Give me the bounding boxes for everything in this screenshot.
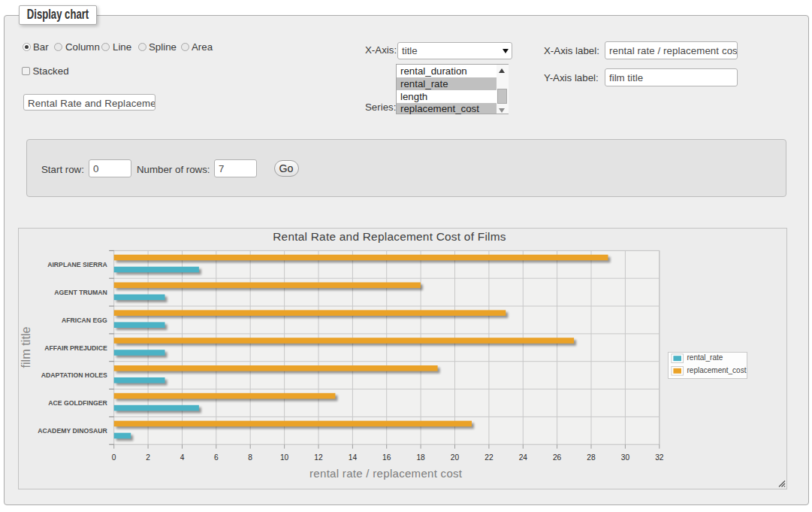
svg-text:20: 20	[451, 453, 460, 462]
svg-text:rental_rate: rental_rate	[687, 353, 723, 362]
svg-text:film title: film title	[19, 326, 32, 368]
svg-text:AGENT TRUMAN: AGENT TRUMAN	[54, 289, 107, 296]
svg-text:AFFAIR PREJUDICE: AFFAIR PREJUDICE	[44, 344, 107, 352]
svg-text:ADAPTATION HOLES: ADAPTATION HOLES	[41, 371, 107, 379]
svg-text:2: 2	[146, 453, 150, 462]
svg-text:30: 30	[621, 453, 630, 462]
svg-text:AIRPLANE SIERRA: AIRPLANE SIERRA	[47, 261, 107, 268]
svg-text:replacement_cost: replacement_cost	[687, 366, 747, 374]
svg-text:14: 14	[349, 453, 358, 462]
svg-text:6: 6	[214, 453, 219, 462]
svg-text:26: 26	[553, 453, 562, 462]
svg-text:22: 22	[484, 453, 494, 462]
svg-text:rental rate / replacement cost: rental rate / replacement cost	[309, 467, 463, 480]
svg-text:4: 4	[180, 453, 185, 462]
svg-text:10: 10	[280, 453, 289, 462]
svg-text:ACADEMY DINOSAUR: ACADEMY DINOSAUR	[38, 427, 107, 435]
svg-text:12: 12	[314, 453, 323, 462]
svg-text:ACE GOLDFINGER: ACE GOLDFINGER	[48, 399, 107, 407]
svg-text:32: 32	[655, 453, 664, 462]
svg-text:18: 18	[416, 453, 425, 462]
svg-text:0: 0	[112, 453, 116, 462]
svg-text:16: 16	[382, 453, 391, 462]
svg-text:Rental Rate and Replacement Co: Rental Rate and Replacement Cost of Film…	[273, 230, 506, 243]
svg-text:AFRICAN EGG: AFRICAN EGG	[62, 317, 107, 324]
svg-text:28: 28	[587, 453, 596, 462]
svg-text:24: 24	[519, 453, 528, 462]
svg-text:8: 8	[248, 453, 252, 462]
